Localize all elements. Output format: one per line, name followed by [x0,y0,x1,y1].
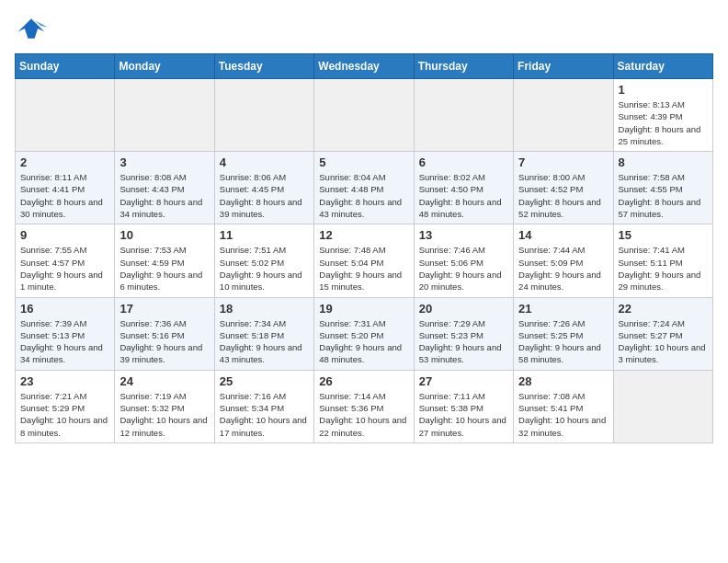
day-number: 17 [119,302,209,316]
calendar-cell: 21Sunrise: 7:26 AM Sunset: 5:25 PM Dayli… [514,297,613,370]
calendar-week-row: 2Sunrise: 8:11 AM Sunset: 4:41 PM Daylig… [16,152,713,224]
day-number: 11 [220,228,309,242]
day-info: Sunrise: 7:29 AM Sunset: 5:23 PM Dayligh… [419,317,508,366]
calendar-cell: 22Sunrise: 7:24 AM Sunset: 5:27 PM Dayli… [613,297,712,370]
calendar-week-row: 1Sunrise: 8:13 AM Sunset: 4:39 PM Daylig… [16,79,713,152]
day-number: 26 [319,374,408,388]
calendar-cell: 18Sunrise: 7:34 AM Sunset: 5:18 PM Dayli… [214,297,313,370]
day-info: Sunrise: 7:46 AM Sunset: 5:06 PM Dayligh… [419,244,508,293]
day-info: Sunrise: 8:04 AM Sunset: 4:48 PM Dayligh… [319,171,408,220]
day-info: Sunrise: 7:26 AM Sunset: 5:25 PM Dayligh… [518,317,608,366]
day-number: 6 [419,155,508,169]
day-number: 18 [220,302,309,316]
day-number: 2 [20,155,109,169]
weekday-header: Friday [514,54,613,79]
day-number: 14 [518,228,608,242]
calendar-cell [16,79,115,152]
weekday-header: Sunday [16,54,115,79]
calendar-week-row: 16Sunrise: 7:39 AM Sunset: 5:13 PM Dayli… [16,297,713,370]
day-number: 7 [518,155,608,169]
day-number: 22 [619,302,708,316]
weekday-header: Saturday [613,54,712,79]
calendar-cell [414,79,513,152]
calendar-cell [314,79,414,152]
day-number: 19 [319,302,408,316]
day-number: 24 [119,374,209,388]
calendar-cell: 28Sunrise: 7:08 AM Sunset: 5:41 PM Dayli… [514,370,613,442]
day-info: Sunrise: 8:13 AM Sunset: 4:39 PM Dayligh… [619,98,708,147]
day-number: 23 [20,374,109,388]
calendar-cell: 8Sunrise: 7:58 AM Sunset: 4:55 PM Daylig… [613,152,712,224]
calendar-cell: 20Sunrise: 7:29 AM Sunset: 5:23 PM Dayli… [414,297,513,370]
page-header [15,15,713,42]
calendar-cell: 4Sunrise: 8:06 AM Sunset: 4:45 PM Daylig… [214,152,313,224]
calendar-cell: 5Sunrise: 8:04 AM Sunset: 4:48 PM Daylig… [314,152,414,224]
calendar-week-row: 23Sunrise: 7:21 AM Sunset: 5:29 PM Dayli… [16,370,713,442]
calendar-header-row: SundayMondayTuesdayWednesdayThursdayFrid… [16,54,713,79]
calendar-cell: 19Sunrise: 7:31 AM Sunset: 5:20 PM Dayli… [314,297,414,370]
day-info: Sunrise: 7:41 AM Sunset: 5:11 PM Dayligh… [619,244,708,293]
logo [15,15,51,42]
calendar-cell: 10Sunrise: 7:53 AM Sunset: 4:59 PM Dayli… [115,224,214,297]
day-info: Sunrise: 8:00 AM Sunset: 4:52 PM Dayligh… [518,171,608,220]
day-info: Sunrise: 8:11 AM Sunset: 4:41 PM Dayligh… [20,171,109,220]
day-info: Sunrise: 7:51 AM Sunset: 5:02 PM Dayligh… [220,244,309,293]
calendar-cell: 14Sunrise: 7:44 AM Sunset: 5:09 PM Dayli… [514,224,613,297]
calendar-cell: 6Sunrise: 8:02 AM Sunset: 4:50 PM Daylig… [414,152,513,224]
calendar-cell [115,79,214,152]
day-info: Sunrise: 7:11 AM Sunset: 5:38 PM Dayligh… [419,390,508,439]
day-info: Sunrise: 7:14 AM Sunset: 5:36 PM Dayligh… [319,390,408,439]
logo-icon [15,15,48,42]
day-info: Sunrise: 7:44 AM Sunset: 5:09 PM Dayligh… [518,244,608,293]
day-number: 4 [220,155,309,169]
day-info: Sunrise: 8:06 AM Sunset: 4:45 PM Dayligh… [220,171,309,220]
calendar-cell: 27Sunrise: 7:11 AM Sunset: 5:38 PM Dayli… [414,370,513,442]
day-number: 15 [619,228,708,242]
calendar-cell: 25Sunrise: 7:16 AM Sunset: 5:34 PM Dayli… [214,370,313,442]
calendar-cell [514,79,613,152]
calendar-cell [613,370,712,442]
day-number: 20 [419,302,508,316]
day-number: 12 [319,228,408,242]
calendar-cell: 7Sunrise: 8:00 AM Sunset: 4:52 PM Daylig… [514,152,613,224]
day-info: Sunrise: 7:19 AM Sunset: 5:32 PM Dayligh… [119,390,209,439]
calendar-week-row: 9Sunrise: 7:55 AM Sunset: 4:57 PM Daylig… [16,224,713,297]
calendar-cell: 1Sunrise: 8:13 AM Sunset: 4:39 PM Daylig… [613,79,712,152]
day-number: 13 [419,228,508,242]
calendar-cell: 9Sunrise: 7:55 AM Sunset: 4:57 PM Daylig… [16,224,115,297]
day-info: Sunrise: 8:02 AM Sunset: 4:50 PM Dayligh… [419,171,508,220]
calendar-cell: 3Sunrise: 8:08 AM Sunset: 4:43 PM Daylig… [115,152,214,224]
day-number: 25 [220,374,309,388]
calendar-cell: 15Sunrise: 7:41 AM Sunset: 5:11 PM Dayli… [613,224,712,297]
day-info: Sunrise: 7:21 AM Sunset: 5:29 PM Dayligh… [20,390,109,439]
svg-marker-0 [18,18,45,39]
day-info: Sunrise: 7:39 AM Sunset: 5:13 PM Dayligh… [20,317,109,366]
day-number: 10 [119,228,209,242]
day-info: Sunrise: 7:34 AM Sunset: 5:18 PM Dayligh… [220,317,309,366]
calendar-cell: 12Sunrise: 7:48 AM Sunset: 5:04 PM Dayli… [314,224,414,297]
day-number: 28 [518,374,608,388]
day-number: 5 [319,155,408,169]
day-number: 1 [619,83,708,97]
day-number: 27 [419,374,508,388]
weekday-header: Monday [115,54,214,79]
day-info: Sunrise: 7:31 AM Sunset: 5:20 PM Dayligh… [319,317,408,366]
calendar-cell: 11Sunrise: 7:51 AM Sunset: 5:02 PM Dayli… [214,224,313,297]
calendar-cell: 26Sunrise: 7:14 AM Sunset: 5:36 PM Dayli… [314,370,414,442]
calendar-cell: 16Sunrise: 7:39 AM Sunset: 5:13 PM Dayli… [16,297,115,370]
calendar-cell: 2Sunrise: 8:11 AM Sunset: 4:41 PM Daylig… [16,152,115,224]
day-info: Sunrise: 7:48 AM Sunset: 5:04 PM Dayligh… [319,244,408,293]
day-number: 9 [20,228,109,242]
weekday-header: Wednesday [314,54,414,79]
calendar-table: SundayMondayTuesdayWednesdayThursdayFrid… [15,53,713,443]
calendar-cell: 13Sunrise: 7:46 AM Sunset: 5:06 PM Dayli… [414,224,513,297]
calendar-cell: 23Sunrise: 7:21 AM Sunset: 5:29 PM Dayli… [16,370,115,442]
day-info: Sunrise: 7:53 AM Sunset: 4:59 PM Dayligh… [119,244,209,293]
day-number: 3 [119,155,209,169]
day-info: Sunrise: 7:55 AM Sunset: 4:57 PM Dayligh… [20,244,109,293]
calendar-cell: 17Sunrise: 7:36 AM Sunset: 5:16 PM Dayli… [115,297,214,370]
day-info: Sunrise: 7:58 AM Sunset: 4:55 PM Dayligh… [619,171,708,220]
day-info: Sunrise: 7:08 AM Sunset: 5:41 PM Dayligh… [518,390,608,439]
day-info: Sunrise: 7:16 AM Sunset: 5:34 PM Dayligh… [220,390,309,439]
day-info: Sunrise: 8:08 AM Sunset: 4:43 PM Dayligh… [119,171,209,220]
